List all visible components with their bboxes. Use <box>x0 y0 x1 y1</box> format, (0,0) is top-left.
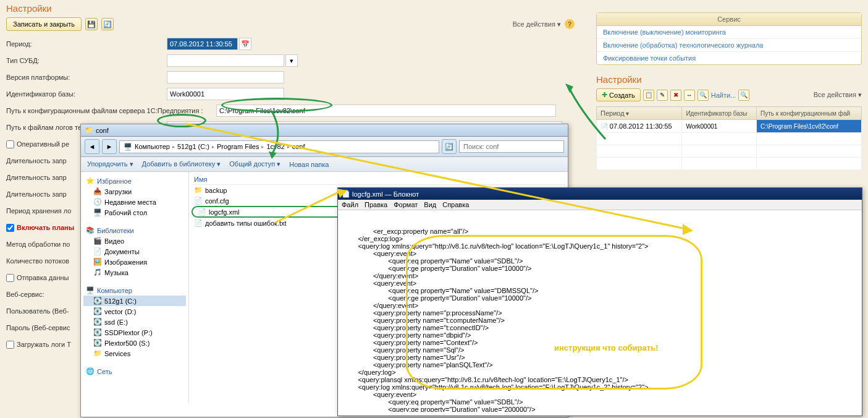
sb-favorites[interactable]: ⭐ Избранное <box>83 176 186 186</box>
edit-icon[interactable]: ✎ <box>657 90 668 101</box>
menu-format[interactable]: Формат <box>394 201 418 208</box>
sb-drive-p[interactable]: 💽 SSDPlextor (P:) <box>83 327 186 338</box>
notepad-window: 📄 logcfg.xml — Блокнот Файл Правка Форма… <box>337 187 862 416</box>
dbid-input[interactable] <box>167 88 284 100</box>
explorer-toolbar: Упорядочить ▾ Добавить в библиотеку ▾ Об… <box>81 157 568 172</box>
create-button[interactable]: ✚Создать <box>596 88 641 101</box>
dbms-input[interactable] <box>167 54 284 67</box>
cell-dbid: Work00001 <box>682 120 757 133</box>
save-close-button[interactable]: Записать и закрыть <box>6 17 82 31</box>
service-item-monitoring[interactable]: Включение (выключение) мониторинга <box>597 26 861 39</box>
cell-period: 📄 07.08.2012 11:30:55 <box>597 120 682 133</box>
menu-file[interactable]: Файл <box>342 201 358 208</box>
label-dbid: Идентификатор базы: <box>6 90 167 98</box>
menu-edit[interactable]: Правка <box>364 201 387 208</box>
col-dbid[interactable]: Идентификатор базы <box>682 107 757 120</box>
label-confpath: Путь к конфигурационным файлам сервера 1… <box>6 107 216 114</box>
explorer-titlebar[interactable]: 📁 conf <box>81 124 568 137</box>
explorer-sidebar: ⭐ Избранное 📥 Загрузки 🕓 Недавние места … <box>81 172 189 403</box>
service-box: Сервис Включение (выключение) мониторинг… <box>596 12 862 65</box>
platform-input[interactable] <box>167 71 284 83</box>
share-menu[interactable]: Общий доступ ▾ <box>229 160 280 168</box>
sb-drive-d[interactable]: 💽 vector (D:) <box>83 306 186 317</box>
operational-checkbox[interactable] <box>6 140 14 148</box>
settings-toolbar: Записать и закрыть 💾 🔄 Все действия ▾ ? <box>6 17 575 31</box>
delete-icon[interactable]: ✖ <box>670 90 681 101</box>
clear-icon[interactable]: 🔍 <box>738 90 749 101</box>
folder-icon: 📁 <box>85 126 93 134</box>
path-seg[interactable]: 512g1 (C:) <box>177 143 209 150</box>
send-data-checkbox[interactable] <box>6 274 14 282</box>
label-platform: Версия платформы: <box>6 74 167 81</box>
notepad-menubar: Файл Правка Формат Вид Справка <box>338 200 862 210</box>
refresh-icon[interactable]: 🔄 <box>101 18 114 30</box>
right-settings-title: Настройки <box>596 74 862 85</box>
path-seg[interactable]: conf <box>292 143 305 150</box>
addlib-menu[interactable]: Добавить в библиотеку ▾ <box>142 160 221 168</box>
period-input[interactable] <box>167 38 238 50</box>
notepad-icon: 📄 <box>342 190 350 198</box>
service-item-event[interactable]: Фиксирование точки события <box>597 52 861 64</box>
sb-desktop[interactable]: 🖥️ Рабочий стол <box>83 207 186 218</box>
save-icon[interactable]: 💾 <box>85 18 98 30</box>
sb-services[interactable]: 📁 Services <box>83 348 186 359</box>
annotation-text: инструкция что собирать! <box>554 343 658 352</box>
right-all-actions[interactable]: Все действия ▾ <box>814 91 862 99</box>
sb-documents[interactable]: 📄 Документы <box>83 246 186 257</box>
copy-icon[interactable]: 📋 <box>643 90 654 101</box>
move-icon[interactable]: ↔ <box>684 90 695 101</box>
sb-network[interactable]: 🌐 Сеть <box>83 366 186 377</box>
right-panel: Сервис Включение (выключение) мониторинг… <box>596 12 862 170</box>
back-button[interactable]: ◄ <box>85 139 99 154</box>
sb-downloads[interactable]: 📥 Загрузки <box>83 186 186 197</box>
sb-recent[interactable]: 🕓 Недавние места <box>83 197 186 207</box>
computer-icon: 🖥️ <box>124 143 132 151</box>
sb-images[interactable]: 🖼️ Изображения <box>83 257 186 267</box>
notepad-content[interactable]: <er_excp:property name="all"/> </er_excp… <box>338 210 862 412</box>
help-icon[interactable]: ? <box>565 19 575 29</box>
label-dbms: Тип СУБД: <box>6 57 167 64</box>
load-logs-checkbox[interactable] <box>6 341 14 349</box>
label-period: Период: <box>6 40 167 48</box>
sb-computer[interactable]: 🖥️ Компьютер <box>83 285 186 296</box>
path-seg[interactable]: Компьютер <box>135 143 170 150</box>
sb-drive-s[interactable]: 💽 Plextor500 (S:) <box>83 338 186 348</box>
path-seg[interactable]: Program Files <box>217 143 259 150</box>
settings-title: Настройки <box>6 3 575 14</box>
settings-table: Период ▾ Идентификатор базы Путь к конфи… <box>596 106 862 170</box>
table-row[interactable]: 📄 07.08.2012 11:30:55 Work00001 C:\Progr… <box>597 120 862 133</box>
find-link[interactable]: Найти... <box>711 92 736 99</box>
col-name[interactable]: Имя <box>192 174 565 185</box>
sb-drive-c[interactable]: 💽 512g1 (C:) <box>83 296 186 306</box>
refresh-button[interactable]: 🔄 <box>442 139 457 154</box>
organize-menu[interactable]: Упорядочить ▾ <box>87 160 133 168</box>
forward-button[interactable]: ► <box>102 139 117 154</box>
service-item-techlog[interactable]: Включение (обработка) технологического ж… <box>597 39 861 52</box>
address-path[interactable]: 🖥️ Компьютер▸ 512g1 (C:)▸ Program Files▸… <box>119 140 439 153</box>
newfolder-button[interactable]: Новая папка <box>289 161 329 168</box>
notepad-titlebar[interactable]: 📄 logcfg.xml — Блокнот <box>338 188 862 200</box>
notepad-text: <er_excp:property name="all"/> </er_excp… <box>343 228 857 412</box>
sb-libraries[interactable]: 📚 Библиотеки <box>83 225 186 236</box>
notepad-title: logcfg.xml — Блокнот <box>352 190 419 198</box>
dbms-dropdown[interactable]: ▾ <box>285 54 298 67</box>
cell-confpath: C:\Program Files\1cv82\conf <box>756 120 861 133</box>
sb-music[interactable]: 🎵 Музыка <box>83 267 186 278</box>
col-period[interactable]: Период ▾ <box>597 107 682 120</box>
search-input[interactable] <box>459 140 564 153</box>
right-toolbar: ✚Создать 📋 ✎ ✖ ↔ 🔍 Найти... 🔍 Все действ… <box>596 88 862 101</box>
path-seg[interactable]: 1cv82 <box>266 143 284 150</box>
confpath-input[interactable] <box>216 105 556 117</box>
search-icon[interactable]: 🔍 <box>697 90 709 101</box>
col-confpath[interactable]: Путь к конфигурационным фай <box>756 107 861 120</box>
explorer-title: conf <box>96 127 109 134</box>
menu-view[interactable]: Вид <box>424 201 436 208</box>
sb-video[interactable]: 🎬 Видео <box>83 236 186 246</box>
sb-drive-e[interactable]: 💽 ssd (E:) <box>83 317 186 327</box>
service-header: Сервис <box>597 13 861 26</box>
explorer-addressbar: ◄ ► 🖥️ Компьютер▸ 512g1 (C:)▸ Program Fi… <box>81 137 568 157</box>
all-actions-menu[interactable]: Все действия ▾ <box>513 20 561 28</box>
menu-help[interactable]: Справка <box>442 201 469 208</box>
include-plans-checkbox[interactable] <box>6 224 14 232</box>
calendar-button[interactable]: 📅 <box>239 38 251 50</box>
